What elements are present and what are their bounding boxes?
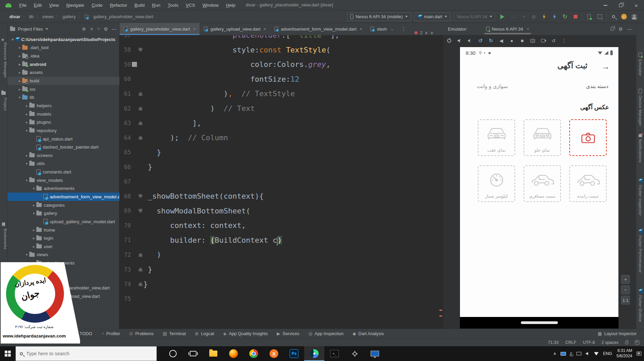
error-stripe-mark[interactable] xyxy=(439,310,442,311)
editor-tab[interactable]: gallery_placeholder_view.dart× xyxy=(119,23,200,35)
tree-item[interactable]: ▸models xyxy=(7,110,119,118)
menu-refactor[interactable]: Refactor xyxy=(107,2,130,9)
menu-edit[interactable]: Edit xyxy=(31,2,45,9)
record-icon[interactable] xyxy=(540,38,546,44)
taskbar-app-taskview[interactable] xyxy=(183,346,203,361)
tool-button-bookmarks[interactable]: Bookmarks xyxy=(0,229,7,249)
taskbar-app-monitor[interactable] xyxy=(365,346,385,361)
tree-item[interactable]: ▸login xyxy=(7,234,119,242)
taskbar-app-chrome[interactable] xyxy=(244,346,264,361)
tree-item[interactable]: advertisement_form_view_model.dart xyxy=(7,193,119,201)
taskbar-app-explorer[interactable] xyxy=(203,346,223,361)
taskbar-app-xampp[interactable]: X xyxy=(264,346,284,361)
power-icon[interactable] xyxy=(446,38,452,44)
tree-item[interactable]: ▾views xyxy=(7,251,119,259)
screenshot-icon[interactable] xyxy=(530,38,536,44)
photo-slot[interactable]: سمت مسافری xyxy=(524,165,561,202)
taskbar-app-cortana[interactable] xyxy=(163,346,183,361)
tree-item[interactable]: ▾repository xyxy=(7,126,119,135)
overview-icon[interactable]: ■ xyxy=(519,38,525,44)
search-input[interactable] xyxy=(26,351,152,356)
phone-navigation-bar[interactable] xyxy=(460,317,618,328)
editor-tab[interactable]: dash⌄ xyxy=(366,23,398,35)
menu-help[interactable]: Help xyxy=(223,2,239,9)
tree-item[interactable]: constants.dart xyxy=(7,168,119,176)
chevron-down-icon[interactable]: ⌄ xyxy=(391,27,394,31)
taskbar-app-firefox[interactable] xyxy=(223,346,244,361)
fold-marker-icon[interactable] xyxy=(139,121,142,125)
target-device-selector[interactable]: Nexus 6 API 34 xyxy=(454,12,496,21)
error-stripe-mark[interactable] xyxy=(439,315,442,317)
start-button[interactable] xyxy=(0,346,15,361)
profile-button[interactable]: ⊘ xyxy=(530,13,537,21)
photo-slot[interactable]: نمای عقب xyxy=(478,119,515,156)
menu-run[interactable]: Run xyxy=(149,2,164,9)
tool-window-button-problems[interactable]: ⊙Problems xyxy=(129,331,154,336)
hot-restart-button[interactable]: ↻ xyxy=(561,13,569,21)
menu-file[interactable]: File xyxy=(16,2,30,9)
tree-item[interactable]: ▸assets xyxy=(7,69,119,77)
tree-item[interactable]: ▸ios xyxy=(7,85,119,93)
taskbar-clock[interactable]: 8:31 AM5/6/2024 xyxy=(616,348,632,359)
menu-build[interactable]: Build xyxy=(132,2,148,9)
tool-window-button-logcat[interactable]: ≣Logcat xyxy=(195,331,214,336)
tree-item[interactable]: ▸build xyxy=(7,77,119,85)
menu-navigate[interactable]: Navigate xyxy=(63,2,87,9)
tree-item[interactable]: upload_gallery_view_model.dart xyxy=(7,217,119,226)
zoom-control-+[interactable]: + xyxy=(621,275,630,284)
zoom-control-−[interactable]: − xyxy=(621,285,630,294)
zoom-control-1:1[interactable]: 1:1 xyxy=(621,296,630,305)
editor-tab[interactable]: advertisement_form_view_model.dart× xyxy=(270,23,366,35)
fold-marker-icon[interactable] xyxy=(139,48,142,52)
flutter-attach-button[interactable] xyxy=(551,13,558,21)
taskbar-app-android-studio[interactable] xyxy=(304,346,324,361)
emulator-device-tab[interactable]: Nexus 6 API 34 × xyxy=(484,23,531,35)
run-configuration-selector[interactable]: main.dart xyxy=(414,12,451,21)
float-window-button[interactable] xyxy=(611,28,614,31)
tree-item[interactable]: ▾C:\Users\idehpardazanjavan\StudioProjec… xyxy=(7,35,119,44)
inspection-widget[interactable]: 2 ∧ ∨ xyxy=(415,30,433,35)
collapse-all-button[interactable]: ÷ xyxy=(97,26,100,32)
hot-reload-button[interactable] xyxy=(540,13,548,21)
tool-window-button-dart-analysis[interactable]: ◆Dart Analysis xyxy=(353,331,384,336)
line-separator[interactable]: CRLF xyxy=(565,340,576,345)
tool-button-project[interactable]: Project xyxy=(0,97,7,111)
notifications-icon[interactable] xyxy=(635,340,639,345)
taskbar-search[interactable] xyxy=(15,346,157,361)
tree-item[interactable]: ▸plugins xyxy=(7,118,119,126)
snapshots-icon[interactable]: ↺ xyxy=(550,38,557,44)
fold-marker-icon[interactable] xyxy=(139,209,142,213)
fold-marker-icon[interactable] xyxy=(139,92,142,96)
tree-item[interactable]: ▾lib xyxy=(7,93,119,102)
tray-expand-icon[interactable]: ∧ xyxy=(553,351,556,356)
tool-button-resource-manager[interactable]: Resource Manager xyxy=(0,42,7,78)
ide-update-button[interactable]: ↑ xyxy=(620,13,628,21)
back-arrow-icon[interactable]: → xyxy=(602,62,610,71)
tool-button-flutter-inspector[interactable]: Flutter Inspector xyxy=(636,178,644,216)
project-view-selector[interactable]: Project Files xyxy=(18,27,43,32)
tree-item[interactable]: ▸user xyxy=(7,242,119,251)
run-button[interactable] xyxy=(499,13,506,21)
hide-panel-button[interactable]: — xyxy=(112,26,116,32)
action-center-icon[interactable] xyxy=(637,352,641,356)
tree-item[interactable]: ▸screens xyxy=(7,151,119,160)
tree-item[interactable]: ▾utils xyxy=(7,160,119,168)
fold-marker-icon[interactable] xyxy=(139,107,142,111)
tree-item[interactable]: ▸.idea xyxy=(7,52,119,60)
breadcrumb-item[interactable]: gallery_placeholder_view.dart xyxy=(93,14,153,19)
category-value[interactable]: سواری و وانت xyxy=(477,83,508,89)
back-icon[interactable]: ◀ xyxy=(498,38,504,44)
tool-button-flutter-outline[interactable]: Flutter Outline xyxy=(636,288,644,322)
indent-setting[interactable]: 2 spaces xyxy=(602,340,618,345)
apply-changes-button[interactable]: ◌ xyxy=(509,13,516,21)
hide-emulator-button[interactable]: — xyxy=(628,27,632,32)
tab-close-icon[interactable]: × xyxy=(193,27,196,32)
photo-slot[interactable]: نمای جلو xyxy=(524,119,561,156)
emulator-screen[interactable]: 8:30 ⚲ ▪ ☻ ثبت آگهی → دسته بندی سواری و … xyxy=(460,47,618,328)
project-settings-button[interactable] xyxy=(104,28,107,31)
breadcrumb-item[interactable]: gallery xyxy=(63,14,76,19)
next-error-button[interactable]: ∨ xyxy=(430,30,434,35)
display-tray-icon[interactable] xyxy=(561,352,566,356)
language-indicator[interactable]: ENG xyxy=(603,351,612,356)
editor-area[interactable]: gallery_placeholder_view.dart×gallery_up… xyxy=(119,23,443,329)
